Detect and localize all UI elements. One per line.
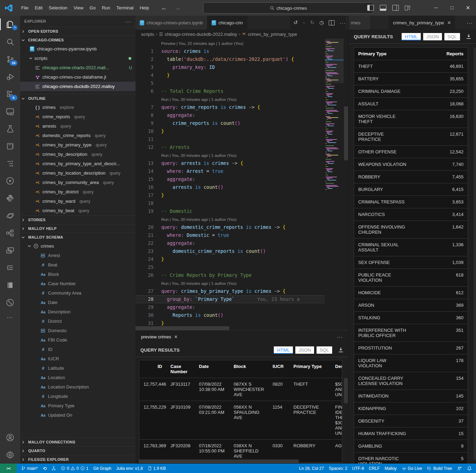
tab-partial[interactable]: imes (349, 16, 371, 30)
menu-item-selection[interactable]: Selection (46, 0, 70, 16)
codelens-line[interactable]: Run | You, 30 minutes ago | 1 author (Yo… (136, 215, 325, 223)
codelens-line[interactable]: Preview | You, 22 minutes ago | 1 author… (136, 39, 325, 47)
preview-vertical-scrollbar[interactable] (344, 378, 348, 403)
account-icon[interactable] (0, 429, 20, 446)
python-activity-icon[interactable] (0, 190, 20, 207)
schema-field[interactable]: AaCase Number (20, 279, 136, 288)
source-control-activity-icon[interactable]: 15 (0, 50, 20, 68)
codelens-line[interactable]: Run | You, 30 minutes ago | 1 author (Yo… (136, 95, 325, 103)
schema-field[interactable]: #Latitude (20, 363, 136, 373)
nav-forward-icon[interactable]: → (175, 5, 181, 11)
file-size-item[interactable]: 1.9 KB (145, 464, 168, 473)
file-row[interactable]: chicago-crimes-pyarrow.ipynb (20, 44, 136, 54)
settings-gear-icon[interactable] (0, 446, 20, 464)
goto-next-icon[interactable]: ↻ (310, 19, 314, 26)
git-graph-activity-icon[interactable] (0, 294, 20, 311)
breadcrumb-file[interactable]: chicago-crimes-duckdb-2022.malloy (165, 32, 237, 37)
go-live-item[interactable]: Go Live (399, 464, 425, 473)
preview-horizontal-scrollbar[interactable] (139, 459, 299, 463)
download-icon[interactable] (338, 347, 344, 353)
section-malloy-help[interactable]: MALLOY HELP (20, 224, 136, 233)
outline-item[interactable]: crimes_by_location_descriptionquery (20, 168, 136, 178)
editor-more-actions-icon[interactable]: ··· (339, 20, 346, 26)
remote-indicator[interactable]: >< (0, 464, 17, 473)
schema-field[interactable]: AaLocation Description (20, 382, 136, 392)
menu-item-go[interactable]: Go (87, 0, 99, 16)
cursor-position-item[interactable]: Ln 28, Col 27 (297, 464, 326, 473)
goto-previous-icon[interactable]: ↺ (294, 19, 298, 26)
sql-button[interactable]: SQL (444, 33, 460, 40)
live-share-activity-icon[interactable] (0, 242, 20, 259)
schema-field[interactable]: #Community Area (20, 288, 136, 298)
schema-field[interactable]: #District (20, 316, 136, 326)
outline-item[interactable]: crimes_by_districtquery (20, 187, 136, 197)
file-row[interactable]: scripts (20, 54, 136, 63)
explorer-more-actions-icon[interactable]: ··· (125, 18, 131, 24)
json-button[interactable]: JSON (295, 346, 314, 354)
menu-item-file[interactable]: File (18, 0, 32, 16)
run-timer-icon[interactable]: ◷ (319, 19, 324, 26)
section-project[interactable]: CHICAGO-CRIMES (20, 35, 136, 44)
schema-field[interactable]: Domestic (20, 326, 136, 335)
json-button[interactable]: JSON (423, 33, 442, 40)
codelens-line[interactable]: Run | You, 30 minutes ago | 1 author (Yo… (136, 279, 325, 287)
dependency-graph-activity-icon[interactable] (0, 224, 20, 242)
testing-activity-icon[interactable] (0, 120, 20, 137)
circle-outline-icon[interactable]: ○ (303, 20, 305, 25)
panel-more-actions-icon[interactable]: ··· (337, 334, 343, 340)
results-vertical-scrollbar[interactable] (474, 47, 476, 460)
tab-close-icon[interactable]: ✕ (447, 20, 451, 25)
outline-item[interactable]: crimes_by_descriptionquery (20, 150, 136, 159)
jupyter-activity-icon[interactable] (0, 207, 20, 224)
tab-chicago-crimes-notebook[interactable]: chicago-crin (207, 16, 247, 30)
tab-chicago-crimes-polars[interactable]: chicago-crimes-polars.ipynb (136, 16, 207, 30)
encoding-item[interactable]: UTF-8 (350, 464, 367, 473)
html-button[interactable]: HTML (274, 346, 293, 354)
editor-vertical-scrollbar[interactable] (344, 39, 348, 330)
outline-item[interactable]: crimes_by_wardquery (20, 197, 136, 206)
run-debug-activity-icon[interactable] (0, 68, 20, 85)
schema-field[interactable]: AaBlock (20, 270, 136, 279)
build-tree-item[interactable]: Build Tree (425, 464, 454, 473)
schema-field[interactable]: #ID (20, 345, 136, 354)
schema-field[interactable]: AaDate (20, 298, 136, 307)
breadcrumb-symbol[interactable]: crimes_by_primary_type (248, 32, 297, 37)
indentation-item[interactable]: Spaces: 2 (326, 464, 350, 473)
menu-item-terminal[interactable]: Terminal (113, 0, 137, 16)
section-filesize-explorer[interactable]: FILESIZE EXPLORER (20, 455, 136, 464)
code-editor[interactable]: Preview | You, 22 minutes ago | 1 author… (136, 39, 348, 330)
list-tree-activity-icon[interactable] (0, 259, 20, 276)
command-center-search[interactable]: chicago-crimes ⌄ (203, 2, 374, 14)
outline-item[interactable]: crime_reportsquery (20, 112, 136, 121)
notebook-activity-icon[interactable] (0, 137, 20, 155)
section-stories[interactable]: STORIES (20, 215, 136, 224)
language-mode-item[interactable]: Malloy (382, 464, 399, 473)
section-malloy-connections[interactable]: MALLOY CONNECTIONS (20, 438, 136, 446)
results-more-actions-icon[interactable]: ··· (467, 20, 473, 26)
menu-item-edit[interactable]: Edit (32, 0, 46, 16)
toggle-secondary-sidebar-icon[interactable] (392, 5, 399, 11)
menu-item-view[interactable]: View (71, 0, 87, 16)
split-editor-icon[interactable] (329, 20, 335, 25)
download-icon[interactable] (466, 34, 471, 39)
symbol-tree-activity-icon[interactable] (0, 155, 20, 172)
schema-field[interactable]: Arrest (20, 251, 136, 260)
section-malloy-schema[interactable]: MALLOY SCHEMA (20, 233, 136, 241)
panel-tab-close-icon[interactable]: ✕ (174, 334, 178, 339)
file-row[interactable]: chicago-crimes-csv-dataframe.jl (20, 72, 136, 82)
toggle-sidebar-icon[interactable] (367, 5, 374, 11)
more-views-icon[interactable]: ⋯ (0, 311, 20, 324)
tab-crimes-by-primary-type[interactable]: crimes_by_primary_type ✕ (389, 16, 455, 30)
schema-field[interactable]: #Longitude (20, 392, 136, 401)
tab-preview-crimes[interactable]: preview crimes (141, 334, 171, 339)
outline-item[interactable]: crimes_by_primary_typequery (20, 140, 136, 150)
outline-item[interactable]: crimes_by_beatquery (20, 206, 136, 215)
menu-item-help[interactable]: Help (137, 0, 152, 16)
file-row[interactable]: chicago-crimes-duckdb-2022.malloy (20, 82, 136, 91)
schema-field[interactable]: AaFBI Code (20, 335, 136, 345)
minimap[interactable] (325, 39, 344, 330)
docs-activity-icon[interactable] (0, 276, 20, 294)
file-row[interactable] (20, 91, 136, 94)
outline-item[interactable]: arrestsquery (20, 121, 136, 131)
git-graph-item[interactable]: Git Graph (91, 464, 114, 473)
